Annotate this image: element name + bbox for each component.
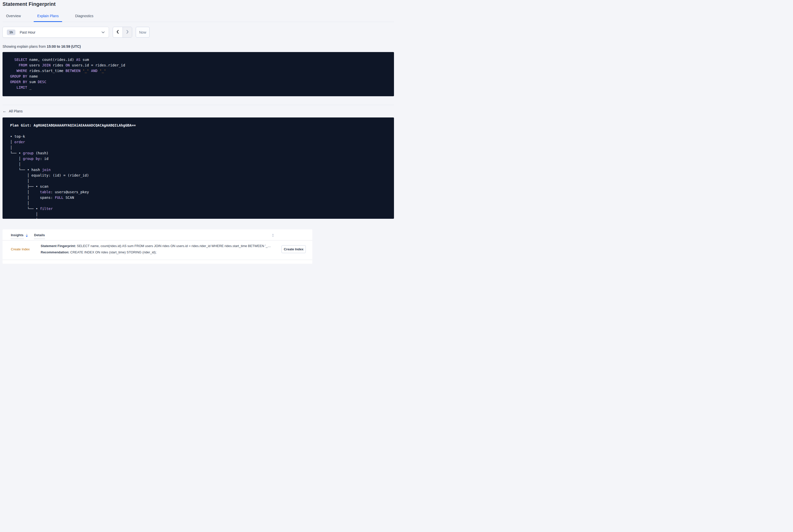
- tab-bar: Overview Explain Plans Diagnostics: [2, 12, 394, 22]
- insights-card: Insights Details Create Index Statement …: [2, 229, 313, 264]
- recommendation-label: Recommendation:: [41, 250, 69, 254]
- statement-fingerprint-label: Statement Fingerprint:: [41, 244, 76, 248]
- next-time-button[interactable]: [122, 27, 132, 37]
- table-row: Create Index Statement Fingerprint: SELE…: [2, 241, 313, 260]
- all-plans-label: All Plans: [9, 109, 22, 113]
- create-index-button[interactable]: Create Index: [282, 245, 306, 253]
- plan-gist-panel: Plan Gist: AgHUAQIABQAAAAHYAQIAiAEAAAADC…: [2, 117, 394, 219]
- tab-diagnostics[interactable]: Diagnostics: [72, 12, 97, 22]
- now-button[interactable]: Now: [136, 27, 150, 38]
- time-range-dropdown[interactable]: 1h Past Hour: [2, 27, 109, 38]
- insight-cell: Create Index: [2, 244, 41, 254]
- column-header-details[interactable]: Details: [34, 233, 45, 239]
- recommendation-text: CREATE INDEX ON rides (start_time) STORI…: [69, 250, 156, 254]
- recommendation-line: Recommendation: CREATE INDEX ON rides (s…: [41, 250, 276, 254]
- previous-time-button[interactable]: [113, 27, 122, 37]
- time-range-badge: 1h: [7, 30, 15, 35]
- chevron-right-icon: [126, 30, 129, 35]
- sort-up-arrow-icon: [26, 234, 28, 235]
- tab-explain-plans[interactable]: Explain Plans: [34, 12, 62, 22]
- column-header-insights[interactable]: Insights: [11, 233, 23, 239]
- details-cell: Statement Fingerprint: SELECT name, coun…: [41, 244, 276, 254]
- sort-down-arrow-icon: [26, 236, 28, 237]
- section-divider: [2, 105, 394, 105]
- showing-range-prefix: Showing explain plans from: [2, 44, 47, 49]
- time-step-buttons: [113, 27, 132, 38]
- sort-icon-details[interactable]: [272, 234, 274, 237]
- insights-table-header: Insights Details: [2, 229, 313, 240]
- plan-gist-tree: Plan Gist: AgHUAQIABQAAAAHYAQIAiAEAAAADC…: [10, 122, 394, 219]
- tab-overview[interactable]: Overview: [2, 12, 24, 22]
- time-controls: 1h Past Hour Now: [2, 27, 394, 38]
- showing-range-value: 15:00 to 16:59 (UTC): [47, 44, 81, 49]
- sql-statement-panel: SELECT name, count(rides.id) AS sum FROM…: [2, 52, 394, 96]
- sort-icon-insights[interactable]: [26, 234, 28, 237]
- sql-statement-code: SELECT name, count(rides.id) AS sum FROM…: [10, 57, 394, 90]
- statement-fingerprint-text: SELECT name, count(rides.id) AS sum FROM…: [76, 244, 271, 248]
- all-plans-back-link[interactable]: ← All Plans: [2, 109, 22, 113]
- chevron-left-icon: [116, 30, 119, 35]
- sort-down-arrow-icon: [272, 236, 274, 237]
- table-row-divider: [2, 260, 313, 260]
- time-range-label: Past Hour: [20, 30, 35, 34]
- chevron-down-icon: [101, 31, 105, 33]
- statement-fingerprint-line: Statement Fingerprint: SELECT name, coun…: [41, 244, 276, 248]
- page-title: Statement Fingerprint: [2, 0, 394, 7]
- arrow-left-icon: ←: [2, 109, 6, 113]
- sort-up-arrow-icon: [272, 234, 274, 235]
- action-cell: Create Index: [282, 244, 306, 254]
- showing-range-text: Showing explain plans from 15:00 to 16:5…: [2, 44, 394, 49]
- create-index-link[interactable]: Create Index: [11, 247, 30, 251]
